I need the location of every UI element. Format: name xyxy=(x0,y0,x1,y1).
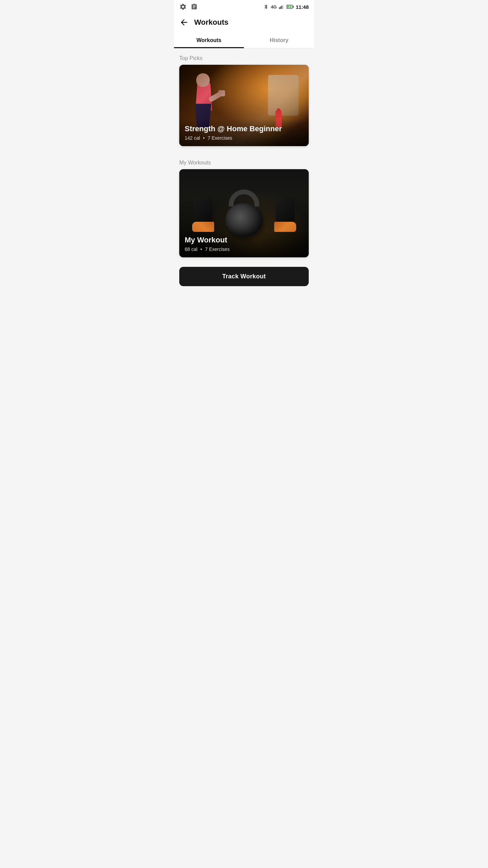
card-meta-strength: 142 cal • 7 Exercises xyxy=(185,135,303,141)
bluetooth-icon xyxy=(263,4,269,9)
svg-rect-3 xyxy=(282,5,283,9)
status-bar-right-icons: 4G 11:48 xyxy=(263,4,309,10)
svg-rect-2 xyxy=(281,6,282,9)
svg-rect-0 xyxy=(279,7,280,9)
leg-pants-left xyxy=(194,198,212,222)
card-exercises-my-workout: 7 Exercises xyxy=(205,246,229,252)
status-bar-left-icons xyxy=(179,3,198,11)
status-time: 11:48 xyxy=(296,4,309,10)
status-bar: 4G 11:48 xyxy=(174,0,314,14)
my-workouts-label: My Workouts xyxy=(174,153,314,169)
card-calories-my-workout: 68 cal xyxy=(185,246,197,252)
dot-separator-1: • xyxy=(203,135,205,141)
network-strength-icon: 4G xyxy=(271,4,277,9)
gear-icon xyxy=(179,3,187,11)
signal-bars-icon xyxy=(279,4,284,9)
tab-history[interactable]: History xyxy=(244,33,314,48)
app-bar: Workouts xyxy=(174,14,314,33)
card-calories-strength: 142 cal xyxy=(185,135,200,141)
kettlebell-shape xyxy=(225,190,263,237)
back-button[interactable] xyxy=(179,18,189,27)
card-meta-my-workout: 68 cal • 7 Exercises xyxy=(185,246,303,252)
workout-card-strength[interactable]: Strength @ Home Beginner 142 cal • 7 Exe… xyxy=(179,65,309,146)
tab-bar: Workouts History xyxy=(174,33,314,48)
top-picks-label: Top Picks xyxy=(174,48,314,65)
svg-rect-1 xyxy=(280,6,281,9)
battery-icon xyxy=(286,5,294,9)
card-title-strength: Strength @ Home Beginner xyxy=(185,124,303,133)
tab-workouts[interactable]: Workouts xyxy=(174,33,244,48)
workout-card-my-workout[interactable]: My Workout 68 cal • 7 Exercises xyxy=(179,169,309,257)
kettlebell-handle xyxy=(229,190,259,206)
card-exercises-strength: 7 Exercises xyxy=(208,135,232,141)
gym-fist xyxy=(218,90,225,96)
track-workout-button[interactable]: Track Workout xyxy=(179,267,309,286)
card-text-my-workout: My Workout 68 cal • 7 Exercises xyxy=(179,230,309,257)
card-title-my-workout: My Workout xyxy=(185,236,303,244)
page-title: Workouts xyxy=(194,18,228,27)
content-area: Top Picks Strength @ Home Beginner 142 c… xyxy=(174,48,314,297)
card-text-strength: Strength @ Home Beginner 142 cal • 7 Exe… xyxy=(179,119,309,146)
leg-pants-right xyxy=(276,198,294,222)
clipboard-icon xyxy=(191,3,198,10)
svg-rect-6 xyxy=(293,6,294,7)
dot-separator-2: • xyxy=(200,246,202,252)
